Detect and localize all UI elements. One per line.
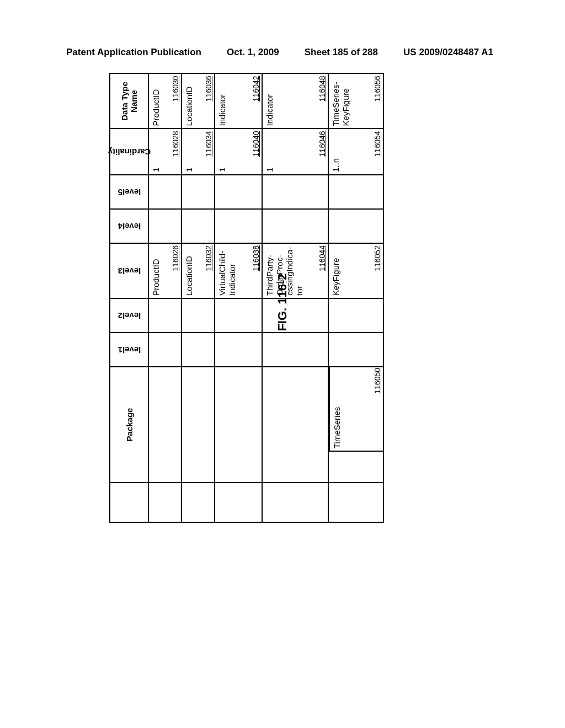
cell-level5: [215, 175, 262, 209]
datatype-ref: 116048: [318, 76, 327, 101]
table-row: LocationID1160321116034LocationID116036: [182, 73, 215, 522]
cell-cardinality: 1116046: [262, 129, 328, 175]
datatype-ref: 116036: [204, 76, 213, 101]
level3-text: ProductID: [151, 246, 161, 296]
page-header: Patent Application Publication Oct. 1, 2…: [0, 47, 565, 58]
header-row: Package level1 level2 level3 level4 leve…: [110, 73, 148, 522]
cell-blank: [328, 483, 383, 522]
level3-text: LocationID: [184, 246, 194, 296]
cell-level2: [182, 298, 215, 333]
cell-level2: [215, 298, 262, 333]
col-level4: level4: [110, 209, 148, 243]
level3-ref: 116032: [204, 245, 213, 271]
col-level2: level2: [110, 298, 148, 333]
cell-level2: [148, 298, 182, 333]
cell-level1: [182, 333, 215, 367]
table-body: ProductID1160261116028ProductID116030Loc…: [148, 73, 383, 522]
table-row: ProductID1160261116028ProductID116030: [148, 73, 182, 522]
cardinality-ref: 116040: [252, 131, 260, 157]
level3-ref: 116044: [318, 245, 327, 271]
col-level5: level5: [110, 175, 148, 209]
cell-cardinality: 1116040: [215, 129, 262, 175]
cell-level4: [328, 209, 383, 243]
pub-date: Oct. 1, 2009: [227, 47, 279, 58]
diagram-table-wrapper: Package level1 level2 level3 level4 leve…: [109, 73, 384, 523]
cell-package: [215, 367, 262, 483]
cell-level1: [215, 333, 262, 367]
cell-level5: [148, 175, 182, 209]
cell-datatype: TimeSeries-KeyFigure116056: [328, 73, 383, 129]
cardinality-ref: 116034: [204, 131, 213, 157]
cell-package: [262, 367, 328, 483]
datatype-ref: 116042: [252, 76, 260, 101]
sheet-number: Sheet 185 of 288: [305, 47, 378, 58]
col-blank: [110, 483, 148, 522]
table-row: ThirdParty-OrderProc-essingIndica-tor116…: [262, 73, 328, 522]
table-row: TimeSeries116050KeyFigure1160521..n11605…: [328, 73, 383, 522]
cell-datatype: Indicator116048: [262, 73, 328, 129]
schema-table: Package level1 level2 level3 level4 leve…: [109, 73, 384, 523]
col-cardinality-label: Cardinality: [108, 147, 151, 157]
level3-ref: 116052: [373, 245, 382, 271]
cardinality-ref: 116054: [373, 131, 382, 157]
cardinality-text: 1..n: [331, 131, 341, 172]
cell-level1: [148, 333, 182, 367]
cell-level4: [148, 209, 182, 243]
pub-number: US 2009/0248487 A1: [403, 47, 493, 58]
col-level5-label: level5: [118, 188, 141, 197]
cell-level3: LocationID116032: [182, 243, 215, 298]
datatype-ref: 116030: [171, 76, 180, 101]
cell-cardinality: 1..n116054: [328, 129, 383, 175]
cell-level2: [328, 298, 383, 333]
datatype-text: LocationID: [184, 76, 194, 126]
cardinality-ref: 116028: [171, 131, 180, 157]
col-datatype-label: Data Type Name: [120, 82, 138, 121]
level3-text: VirtualChild-Indicator: [217, 246, 237, 296]
cell-package: [182, 367, 215, 483]
col-level1-label: level1: [118, 345, 141, 355]
col-level3-label: level3: [118, 266, 141, 276]
cell-level3: VirtualChild-Indicator116038: [215, 243, 262, 298]
package-text: TimeSeries: [332, 368, 342, 448]
cell-package: [148, 367, 182, 483]
cell-level5: [182, 175, 215, 209]
col-datatype: Data Type Name: [110, 73, 148, 129]
col-level3: level3: [110, 243, 148, 298]
cardinality-ref: 116046: [318, 131, 327, 157]
col-package-label: Package: [125, 408, 134, 442]
datatype-text: Indicator: [217, 76, 227, 126]
cell-level3: ThirdParty-OrderProc-essingIndica-tor116…: [262, 243, 328, 298]
col-cardinality: Cardinality: [110, 129, 148, 175]
cardinality-text: 1: [151, 131, 161, 172]
cell-level4: [262, 209, 328, 243]
package-ref: 116050: [373, 368, 382, 394]
cell-level3: ProductID116026: [148, 243, 182, 298]
cell-package: TimeSeries116050: [328, 367, 383, 483]
cell-datatype: Indicator116042: [215, 73, 262, 129]
pub-label: Patent Application Publication: [66, 47, 201, 58]
cell-cardinality: 1116028: [148, 129, 182, 175]
cell-level4: [215, 209, 262, 243]
cardinality-text: 1: [184, 131, 194, 172]
datatype-text: Indicator: [265, 76, 275, 126]
cell-blank: [182, 483, 215, 522]
col-package: Package: [110, 367, 148, 483]
cell-blank: [215, 483, 262, 522]
datatype-ref: 116056: [373, 76, 382, 101]
cell-datatype: ProductID116030: [148, 73, 182, 129]
table-row: VirtualChild-Indicator1160381116040Indic…: [215, 73, 262, 522]
cell-level4: [182, 209, 215, 243]
cardinality-text: 1: [265, 131, 275, 172]
cell-cardinality: 1116034: [182, 129, 215, 175]
timeseries-box: TimeSeries116050: [329, 366, 383, 452]
level3-text: KeyFigure: [331, 246, 341, 296]
cardinality-text: 1: [217, 131, 227, 172]
cell-level2: [262, 298, 328, 333]
cell-level5: [262, 175, 328, 209]
level3-ref: 116026: [171, 245, 180, 271]
col-level4-label: level4: [118, 222, 141, 231]
cell-datatype: LocationID116036: [182, 73, 215, 129]
cell-level3: KeyFigure116052: [328, 243, 383, 298]
col-level1: level1: [110, 333, 148, 367]
cell-level1: [328, 333, 383, 367]
